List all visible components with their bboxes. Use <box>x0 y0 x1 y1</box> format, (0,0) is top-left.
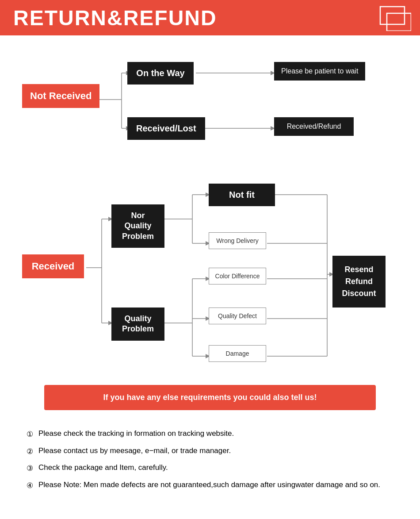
svg-rect-0 <box>380 7 405 24</box>
not-received-box: Not Received <box>22 84 99 108</box>
received-box: Received <box>22 254 84 278</box>
received-refund-box: Received/Refund <box>274 117 354 136</box>
received-lost-box: Received/Lost <box>127 117 205 140</box>
received-flowchart: Received NorQualityProblem QualityProble… <box>9 173 411 376</box>
svg-rect-1 <box>387 13 411 31</box>
quality-problem-box: QualityProblem <box>111 308 164 341</box>
header-decoration <box>376 4 411 31</box>
patient-wait-box: Please be patient to wait <box>274 62 365 81</box>
header: RETURN&REFUND <box>0 0 420 35</box>
damage-box: Damage <box>209 345 266 362</box>
quality-defect-box: Quality Defect <box>209 308 266 324</box>
list-item-3: ③ Check the package and Item, carefully. <box>27 462 393 476</box>
main-content: Not Received On the Way Received/Lost Pl… <box>0 35 420 518</box>
numbered-list: ① Please check the tracking in formation… <box>9 423 411 505</box>
list-item-4: ④ Please Note: Men made defects are not … <box>27 479 393 493</box>
nor-quality-box: NorQualityProblem <box>111 204 164 248</box>
list-item-2: ② Please contact us by meesage, e−mail, … <box>27 445 393 459</box>
page-title: RETURN&REFUND <box>13 6 217 30</box>
wrong-delivery-box: Wrong Delivery <box>209 232 266 249</box>
on-the-way-box: On the Way <box>127 62 194 85</box>
list-item-1: ① Please check the tracking in formation… <box>27 428 393 442</box>
not-fit-box: Not fit <box>209 184 275 206</box>
resend-refund-box: ResendRefundDiscount <box>332 256 386 308</box>
color-difference-box: Color Difference <box>209 268 266 284</box>
bottom-note: If you have any else requirements you co… <box>44 385 376 410</box>
not-received-flowchart: Not Received On the Way Received/Lost Pl… <box>9 49 411 164</box>
